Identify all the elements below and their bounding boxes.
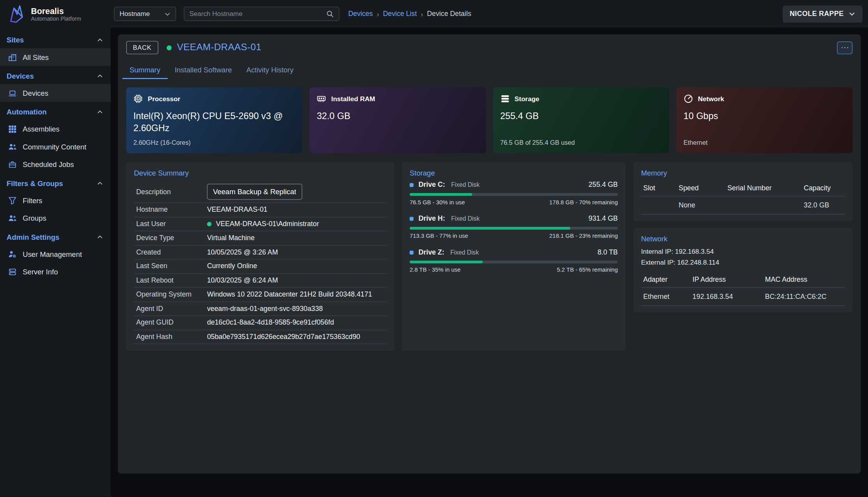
search-input[interactable]: [189, 10, 326, 18]
stat-card-network: Network10 GbpsEthernet: [676, 88, 852, 153]
summary-row-text: 05ba0e7935171d626ecea29b27d7ae175363cd90: [207, 333, 360, 341]
disk-bullet-icon: [410, 250, 414, 254]
table-cell: BC:24:11:CA:C6:2C: [763, 293, 845, 300]
table-cell: None: [676, 201, 725, 209]
drive-stats: 713.3 GB - 77% in use218.1 GB - 23% rema…: [410, 232, 618, 239]
table-cell: Ethernet: [641, 293, 690, 300]
drive-remaining: 5.2 TB - 65% remaining: [557, 266, 618, 273]
sidebar-item-community-content[interactable]: Community Content: [0, 138, 111, 155]
summary-row-value: de16c0c1-8aa2-4d18-9585-9ce91cf056fd: [207, 319, 334, 327]
chevron-down-icon: [164, 11, 171, 17]
stat-card-header: Network: [683, 94, 845, 104]
stat-card-title: Storage: [514, 95, 539, 103]
brand: Borealis Automation Platform: [0, 4, 111, 25]
drive-name: Drive Z:: [419, 248, 444, 256]
chevron-down-icon: [849, 11, 855, 17]
server-icon: [8, 267, 17, 276]
summary-row-value: [207, 184, 303, 200]
description-input[interactable]: [207, 184, 303, 200]
column-header-mac-address: MAC Address: [763, 276, 845, 283]
drive-usage-bar: [410, 261, 618, 263]
breadcrumb: Devices›Device List›Device Details: [348, 10, 471, 18]
detail-panels: Device Summary DescriptionHostnameVEEAM-…: [126, 162, 852, 351]
table-cell: 192.168.3.54: [690, 293, 763, 300]
summary-row-value: 10/05/2025 @ 3:26 AM: [207, 248, 278, 256]
sidebar-section-label: Devices: [7, 72, 34, 80]
summary-row-text: VEEAM-DRAAS-01\Administrator: [216, 220, 319, 228]
search-icon: [326, 10, 334, 18]
search-container: [184, 7, 339, 21]
memory-panel: Memory SlotSpeedSerial NumberCapacityNon…: [633, 162, 852, 221]
filter-icon: [8, 196, 17, 204]
app: Borealis Automation Platform Hostname De…: [0, 0, 868, 497]
sidebar-item-all-sites[interactable]: All Sites: [0, 48, 111, 66]
summary-row-text: Currently Online: [207, 262, 257, 270]
sidebar-item-filters[interactable]: Filters: [0, 191, 111, 209]
disk-bullet-icon: [410, 217, 414, 221]
sidebar-item-label: Devices: [23, 89, 48, 97]
sidebar-item-label: User Management: [23, 250, 82, 258]
table-cell: 32.0 GB: [801, 201, 845, 209]
gauge-icon: [683, 94, 693, 104]
more-options-button[interactable]: ⋯: [837, 41, 852, 54]
summary-row-agent-guid: Agent GUIDde16c0c1-8aa2-4d18-9585-9ce91c…: [134, 316, 386, 330]
sidebar-item-groups[interactable]: Groups: [0, 209, 111, 227]
tab-activity-history[interactable]: Activity History: [239, 61, 301, 79]
breadcrumb-item-device-list[interactable]: Device List: [383, 10, 417, 18]
drive-remaining: 178.8 GB - 70% remaining: [549, 198, 618, 205]
brand-name: Borealis: [31, 6, 81, 16]
column-header-adapter: Adapter: [641, 276, 690, 283]
drive-stats: 76.5 GB - 30% in use178.8 GB - 70% remai…: [410, 198, 618, 205]
summary-row-label: Agent GUID: [136, 319, 207, 327]
summary-row-text: Virtual Machine: [207, 234, 255, 242]
sidebar-item-devices[interactable]: Devices: [0, 84, 111, 102]
chevron-up-icon: [97, 234, 103, 240]
sidebar-item-server-info[interactable]: Server Info: [0, 263, 111, 280]
laptop-icon: [8, 89, 17, 97]
drive-header: Drive H:Fixed Disk931.4 GB: [410, 215, 618, 223]
summary-row-text: veeam-draas-01-agent-svc-8930a338: [207, 305, 323, 313]
sidebar-item-scheduled-jobs[interactable]: Scheduled Jobs: [0, 155, 111, 173]
stat-card-title: Network: [698, 95, 724, 103]
sidebar-section-label: Automation: [7, 107, 47, 116]
table-row: None32.0 GB: [641, 197, 845, 215]
summary-row-text: de16c0c1-8aa2-4d18-9585-9ce91cf056fd: [207, 319, 334, 327]
drive-used: 713.3 GB - 77% in use: [410, 232, 468, 239]
user-menu[interactable]: NICOLE RAPPE: [783, 5, 863, 23]
sidebar-section-automation[interactable]: Automation: [0, 104, 111, 120]
sidebar-section-admin-settings[interactable]: Admin Settings: [0, 228, 111, 245]
brand-text: Borealis Automation Platform: [31, 6, 81, 21]
drive-list: Drive C:Fixed Disk255.4 GB76.5 GB - 30% …: [410, 181, 618, 273]
column-header-speed: Speed: [676, 184, 725, 192]
summary-row-value: Virtual Machine: [207, 234, 255, 242]
disk-bullet-icon: [410, 183, 414, 187]
stat-card-value: 10 Gbps: [683, 109, 845, 122]
tab-summary[interactable]: Summary: [122, 61, 167, 79]
column-header-ip-address: IP Address: [690, 276, 763, 283]
hostname-filter-select[interactable]: Hostname: [114, 7, 176, 21]
breadcrumb-item-devices[interactable]: Devices: [348, 10, 373, 18]
tab-installed-software[interactable]: Installed Software: [167, 61, 239, 79]
summary-row-label: Description: [136, 188, 207, 196]
sidebar-item-user-management[interactable]: User Management: [0, 245, 111, 263]
sidebar-item-assemblies[interactable]: Assemblies: [0, 120, 111, 137]
brand-subtitle: Automation Platform: [31, 16, 81, 22]
drive-drive-z: Drive Z:Fixed Disk8.0 TB2.8 TB - 35% in …: [410, 248, 618, 273]
storage-title: Storage: [410, 169, 618, 177]
stat-card-value: 32.0 GB: [317, 109, 478, 122]
internal-ip: Internal IP: 192.168.3.54: [641, 247, 845, 257]
sidebar-item-label: Groups: [23, 214, 46, 222]
sidebar-section-devices[interactable]: Devices: [0, 67, 111, 84]
summary-row-last-user: Last UserVEEAM-DRAAS-01\Administrator: [134, 217, 386, 231]
summary-row-label: Created: [136, 248, 207, 256]
drive-size: 8.0 TB: [597, 248, 618, 256]
summary-row-text: VEEAM-DRAAS-01: [207, 206, 268, 214]
chevron-up-icon: [97, 109, 103, 115]
chevron-up-icon: [97, 73, 103, 79]
sidebar-section-filters-groups[interactable]: Filters & Groups: [0, 175, 111, 191]
summary-row-value: VEEAM-DRAAS-01: [207, 206, 268, 214]
device-summary-rows: DescriptionHostnameVEEAM-DRAAS-01Last Us…: [134, 181, 386, 344]
sidebar-section-label: Admin Settings: [7, 233, 60, 241]
sidebar-section-sites[interactable]: Sites: [0, 32, 111, 48]
back-button[interactable]: BACK: [126, 41, 158, 54]
